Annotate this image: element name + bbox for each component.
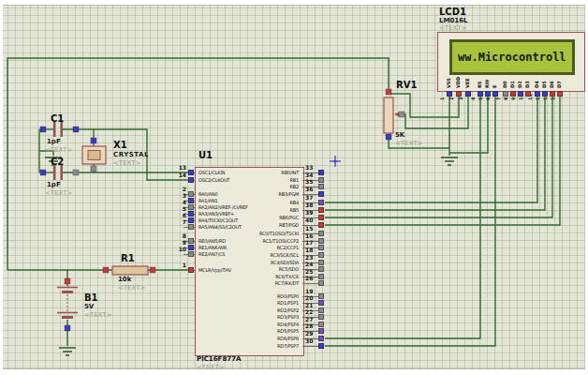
lcd-pin-terminal[interactable] — [465, 91, 471, 97]
pic-pin-terminal[interactable] — [318, 343, 324, 349]
pic-pin-terminal[interactable] — [318, 215, 324, 220]
pic-pin-terminal[interactable] — [188, 170, 194, 175]
b1-ref-label[interactable]: B1 — [84, 293, 98, 303]
pic-pin-name: RD1/PSP1 — [191, 301, 299, 306]
pic-pin-terminal[interactable] — [318, 231, 324, 236]
battery-b1[interactable] — [57, 288, 78, 318]
pic-pin-terminal[interactable] — [188, 238, 194, 244]
b1-text-placeholder: <TEXT> — [84, 312, 111, 319]
lcd-pin-terminal[interactable] — [478, 91, 483, 97]
r1-ref-label[interactable]: R1 — [121, 254, 135, 263]
pic-pin-number: 35 — [305, 179, 318, 185]
r1-value-label[interactable]: 10k — [118, 277, 131, 283]
pic-pin-name: RB0/INT — [191, 171, 299, 175]
pic-pin-terminal[interactable] — [318, 266, 324, 272]
wire-e-rd7 — [325, 97, 495, 346]
ground-icon — [59, 348, 76, 355]
lcd-pin-name: VDD — [456, 73, 461, 88]
capacitor-c2[interactable] — [53, 165, 63, 180]
pic-part-label: PIC16F877A — [197, 356, 241, 363]
lcd-part-label: LM016L — [439, 18, 468, 24]
lcd-pin-terminal[interactable] — [485, 91, 491, 97]
pic-pin-terminal[interactable] — [318, 322, 324, 327]
pic-pin-terminal[interactable] — [318, 274, 324, 279]
lcd-pin-name: D3 — [525, 73, 530, 88]
pic-pin-terminal[interactable] — [318, 191, 324, 197]
pic-pin-terminal[interactable] — [318, 308, 324, 313]
pic-pin-terminal[interactable] — [188, 198, 194, 203]
lcd-pin-terminal[interactable] — [557, 91, 563, 97]
lcd-pin-terminal[interactable] — [518, 91, 523, 97]
lcd-pin-terminal[interactable] — [503, 91, 508, 97]
lcd-pin-terminal[interactable] — [510, 91, 516, 97]
b1-value-label[interactable]: 5V — [84, 304, 94, 310]
pic-pin-name: RB2 — [191, 185, 299, 189]
c2-value-label[interactable]: 1pF — [47, 182, 61, 188]
pic-pin-terminal[interactable] — [318, 300, 324, 306]
lcd-pin-terminal[interactable] — [542, 91, 548, 97]
pic-pin-number: 25 — [305, 269, 318, 275]
lcd-pin-name: D5 — [542, 73, 547, 88]
capacitor-c1[interactable] — [53, 122, 63, 137]
pic-pin-terminal[interactable] — [188, 211, 194, 217]
pic-pin-terminal[interactable] — [188, 177, 194, 183]
pic-pin-terminal[interactable] — [188, 204, 194, 210]
pic-pin-terminal[interactable] — [318, 184, 324, 189]
pic-pin-terminal[interactable] — [318, 293, 324, 299]
schematic-canvas[interactable]: ww.Microcontroll — [0, 0, 588, 375]
pic-pin-name: RC6/TX/CK — [191, 275, 299, 279]
pic-pin-name: RB4 — [191, 201, 299, 205]
pic-pin-number: 36 — [305, 187, 318, 192]
pic-pin-terminal[interactable] — [188, 251, 194, 257]
origin-marker-icon — [330, 156, 341, 167]
pic-pin-terminal[interactable] — [318, 260, 324, 265]
pic-pin-terminal[interactable] — [318, 170, 324, 175]
pic-pin-terminal[interactable] — [318, 328, 324, 334]
pic-pin-number: 4 — [171, 200, 186, 205]
lcd-pin-terminal[interactable] — [456, 91, 462, 97]
pic-ref-label[interactable]: U1 — [198, 151, 213, 160]
pic-pin-terminal[interactable] — [318, 314, 324, 320]
pic-pin-name: RD2/PSP2 — [191, 308, 299, 313]
pic-pin-terminal[interactable] — [318, 245, 324, 250]
pic-pin-terminal[interactable] — [188, 218, 194, 223]
pic-pin-terminal[interactable] — [188, 191, 194, 197]
pic-pin-number: 19 — [305, 289, 318, 294]
x1-value-label[interactable]: CRYSTAL — [113, 152, 149, 158]
lcd-pin-number: 4 — [471, 89, 476, 100]
resistor-r1[interactable] — [112, 266, 148, 275]
pic-pin-name: RD4/PSP4 — [191, 322, 299, 327]
lcd-pin-terminal[interactable] — [550, 91, 555, 97]
pic-pin-terminal[interactable] — [318, 238, 324, 244]
pic-pin-number: 24 — [305, 262, 318, 267]
pic-pin-terminal[interactable] — [318, 336, 324, 341]
pic-pin-terminal[interactable] — [318, 177, 324, 183]
pic-pin-number: 26 — [305, 276, 318, 281]
pic-pin-terminal[interactable] — [318, 200, 324, 205]
pic-pin-number: 37 — [305, 195, 318, 201]
rv1-ref-label[interactable]: RV1 — [396, 81, 417, 90]
c2-ref-label[interactable]: C2 — [51, 158, 64, 167]
pic-pin-number: 21 — [305, 303, 318, 308]
lcd-ref-label[interactable]: LCD1 — [439, 8, 466, 17]
pic-pin-terminal[interactable] — [188, 245, 194, 250]
pic-pin-number: 2 — [171, 187, 186, 192]
pic-pin-terminal[interactable] — [188, 267, 194, 273]
pic-pin-terminal[interactable] — [318, 280, 324, 286]
c1-value-label[interactable]: 1pF — [47, 139, 61, 145]
pic-pin-terminal[interactable] — [318, 207, 324, 213]
x1-ref-label[interactable]: X1 — [113, 141, 127, 150]
lcd-pin-terminal[interactable] — [447, 91, 452, 97]
c1-ref-label[interactable]: C1 — [51, 114, 64, 124]
rv1-value-label[interactable]: 5K — [395, 132, 404, 139]
crystal-x1[interactable] — [82, 146, 106, 164]
lcd-pin-name: D1 — [510, 73, 515, 88]
pic-pin-terminal[interactable] — [188, 224, 194, 230]
lcd-pin-terminal[interactable] — [492, 91, 498, 97]
pic-pin-terminal[interactable] — [318, 222, 324, 228]
lcd-pin-terminal[interactable] — [525, 91, 531, 97]
pic-pin-terminal[interactable] — [318, 252, 324, 258]
pic-pin-number: 27 — [305, 317, 318, 322]
lcd-pin-terminal[interactable] — [535, 91, 540, 97]
pic-pin-name: RD3/PSP3 — [191, 315, 299, 320]
